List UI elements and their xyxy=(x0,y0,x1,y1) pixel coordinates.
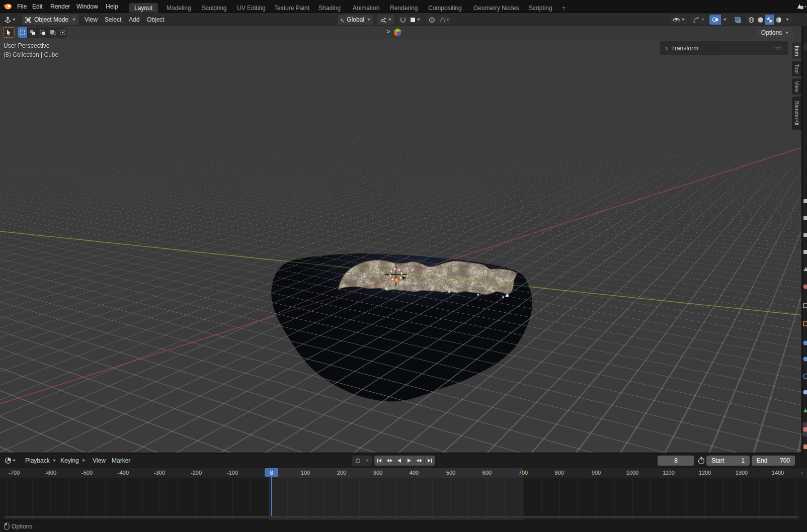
properties-editor-sliver[interactable] xyxy=(801,26,807,454)
tab-texture-paint[interactable]: Texture Paint xyxy=(269,3,315,13)
menu-marker[interactable]: Marker xyxy=(108,454,134,468)
current-frame-field[interactable]: 8 xyxy=(658,456,694,466)
select-mode-extend[interactable] xyxy=(28,27,38,38)
jump-next-keyframe-button[interactable] xyxy=(415,456,425,466)
sidebar-tab-item[interactable]: Item xyxy=(792,42,801,59)
sidebar-tab-blenderkit[interactable]: BlenderKit xyxy=(792,97,801,130)
tab-sculpting[interactable]: Sculpting xyxy=(196,3,232,13)
record-group xyxy=(352,456,372,466)
tab-animation[interactable]: Animation xyxy=(347,3,385,13)
editor-type-button[interactable] xyxy=(3,15,17,25)
shading-group xyxy=(746,15,792,25)
mouse-icon xyxy=(4,522,10,530)
timeline-collapse-arrow[interactable]: ‹ xyxy=(801,470,803,476)
orientation-icon xyxy=(341,17,344,23)
frame-end-field[interactable]: End700 xyxy=(752,456,795,466)
mode-dropdown[interactable]: Object Mode xyxy=(22,15,78,25)
magnet-icon xyxy=(400,17,406,23)
tab-modeling[interactable]: Modeling xyxy=(161,3,197,13)
editor-3d-viewport-icon xyxy=(4,16,12,23)
frame-start-field[interactable]: Start1 xyxy=(706,456,750,466)
jump-to-start-button[interactable] xyxy=(374,456,384,466)
visibility-dropdown[interactable] xyxy=(670,15,687,25)
add-workspace-button[interactable]: + xyxy=(556,3,571,13)
playhead-badge[interactable]: 8 xyxy=(265,468,278,477)
auto-key-toggle[interactable] xyxy=(352,458,363,464)
auto-key-dropdown[interactable] xyxy=(363,460,371,462)
gizmo-expand[interactable]: > xyxy=(386,28,390,35)
play-button[interactable] xyxy=(405,456,415,466)
properties-search-partial[interactable] xyxy=(803,43,807,51)
select-mode-set[interactable] xyxy=(18,27,28,38)
tab-geometry-nodes[interactable]: Geometry Nodes xyxy=(468,3,525,13)
blender-logo-icon[interactable] xyxy=(3,3,12,11)
snap-toggle[interactable] xyxy=(398,15,408,25)
overlays-dropdown[interactable] xyxy=(721,15,729,25)
playback-controls xyxy=(374,456,435,466)
transform-panel-header[interactable]: › Transform xyxy=(660,41,788,55)
menu-edit[interactable]: Edit xyxy=(28,0,47,13)
jump-prev-keyframe-button[interactable] xyxy=(384,456,394,466)
shading-wireframe-icon xyxy=(748,17,755,23)
shading-solid[interactable] xyxy=(756,15,765,25)
viewport-header: Object Mode View Select Add Object Globa… xyxy=(0,13,807,26)
tab-rendering[interactable]: Rendering xyxy=(384,3,423,13)
gizmo-cube-icon[interactable] xyxy=(393,27,402,38)
menu-window[interactable]: Window xyxy=(72,0,102,13)
tab-layout[interactable]: Layout xyxy=(129,3,158,13)
select-mode-subtract[interactable] xyxy=(38,27,48,38)
scene-icon[interactable] xyxy=(794,2,807,11)
shading-dropdown[interactable] xyxy=(783,15,792,25)
select-mode-intersect[interactable] xyxy=(58,27,67,38)
pivot-dropdown[interactable] xyxy=(377,15,394,25)
proportional-icon xyxy=(429,17,435,23)
object-mode-icon xyxy=(25,17,31,23)
snap-increment-icon xyxy=(410,17,416,23)
select-mode-invert[interactable] xyxy=(48,27,58,38)
falloff-dropdown[interactable] xyxy=(437,15,451,25)
timeline-scrollbar[interactable] xyxy=(4,516,799,518)
eye-icon xyxy=(673,17,680,23)
viewport-3d[interactable]: > Options User Perspective (8) Collectio… xyxy=(0,26,807,454)
gizmo-icon xyxy=(693,17,700,23)
menu-view[interactable]: View xyxy=(80,13,102,26)
menu-object[interactable]: Object xyxy=(143,13,169,26)
menu-add[interactable]: Add xyxy=(125,13,143,26)
menu-view-timeline[interactable]: View xyxy=(89,454,110,468)
timeline-editor-type[interactable] xyxy=(3,456,17,466)
menu-playback[interactable]: Playback xyxy=(21,454,60,468)
snap-target-dropdown[interactable] xyxy=(408,15,422,25)
sidebar-tab-view[interactable]: View xyxy=(792,78,801,95)
menu-select[interactable]: Select xyxy=(101,13,125,26)
jump-to-end-button[interactable] xyxy=(425,456,435,466)
gizmo-dropdown[interactable] xyxy=(690,15,707,25)
editor-timeline-icon xyxy=(5,457,12,464)
shading-material-icon xyxy=(766,17,773,23)
orientation-dropdown[interactable]: Global xyxy=(338,15,373,25)
play-reverse-button[interactable] xyxy=(394,456,405,466)
xray-toggle[interactable] xyxy=(732,15,743,25)
menu-keying[interactable]: Keying xyxy=(56,454,89,468)
options-dropdown[interactable]: Options xyxy=(756,27,793,38)
playhead-line[interactable] xyxy=(271,477,272,518)
sidebar-tab-tool[interactable]: Tool xyxy=(792,61,801,76)
active-tool-button[interactable] xyxy=(3,27,15,38)
menu-help[interactable]: Help xyxy=(102,0,122,13)
tab-uv-editing[interactable]: UV Editing xyxy=(231,3,271,13)
topbar: File Edit Render Window Help Layout Mode… xyxy=(0,0,807,13)
shading-rendered[interactable] xyxy=(774,15,783,25)
stopwatch-icon xyxy=(697,457,705,465)
tool-settings: > Options xyxy=(0,26,807,39)
blender-window: File Edit Render Window Help Layout Mode… xyxy=(0,0,807,532)
overlays-toggle[interactable] xyxy=(709,15,721,25)
shading-wireframe[interactable] xyxy=(747,15,756,25)
tab-compositing[interactable]: Compositing xyxy=(423,3,467,13)
proportional-edit-toggle[interactable] xyxy=(427,15,437,25)
shading-material[interactable] xyxy=(765,15,774,25)
menu-render[interactable]: Render xyxy=(46,0,74,13)
properties-tab-icons[interactable] xyxy=(803,197,807,479)
status-bar: Options xyxy=(0,520,807,532)
view-name-label: User Perspective xyxy=(4,42,49,49)
tab-scripting[interactable]: Scripting xyxy=(523,3,558,13)
tab-shading[interactable]: Shading xyxy=(313,3,346,13)
